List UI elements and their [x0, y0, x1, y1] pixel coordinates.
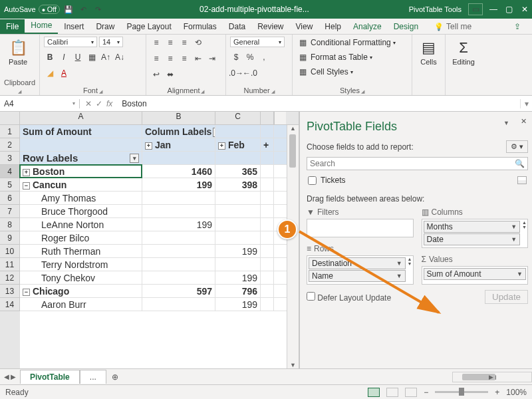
- cell-styles-button[interactable]: Cell Styles: [311, 67, 348, 76]
- expand-collapse-icon[interactable]: −: [23, 289, 30, 296]
- underline-button[interactable]: U: [72, 51, 84, 63]
- fill-color-button[interactable]: ◢: [44, 67, 56, 79]
- border-button[interactable]: ▦: [86, 51, 98, 63]
- redo-icon[interactable]: ↷: [92, 3, 104, 15]
- cell[interactable]: [261, 285, 274, 297]
- pivot-cell[interactable]: 199: [142, 218, 215, 231]
- save-icon[interactable]: 💾: [63, 3, 74, 15]
- cell[interactable]: +: [261, 138, 274, 151]
- pivot-cell[interactable]: 597: [142, 285, 215, 297]
- pane-tools-button[interactable]: ⚙ ▾: [506, 140, 528, 153]
- italic-button[interactable]: I: [58, 51, 70, 63]
- font-size-select[interactable]: 14▾: [99, 37, 123, 47]
- pivot-cell[interactable]: 199: [142, 178, 215, 191]
- pivot-cell[interactable]: 199: [215, 298, 261, 311]
- view-page-layout-button[interactable]: [386, 388, 398, 397]
- field-tickets[interactable]: Tickets: [307, 174, 528, 186]
- cell[interactable]: [261, 192, 274, 204]
- pivot-cell[interactable]: [142, 258, 215, 271]
- increase-indent-button[interactable]: ⇥: [206, 53, 218, 65]
- pivot-row-label[interactable]: Aaron Burr: [20, 298, 142, 311]
- tab-data[interactable]: Data: [223, 19, 251, 34]
- align-middle-button[interactable]: ≡: [164, 37, 176, 49]
- defer-update-checkbox[interactable]: Defer Layout Update: [307, 292, 391, 303]
- align-top-button[interactable]: ≡: [150, 37, 162, 49]
- field-search-input[interactable]: [310, 159, 515, 168]
- pivot-column-labels[interactable]: Column Labels▾: [142, 125, 215, 138]
- font-color-button[interactable]: A: [58, 67, 70, 79]
- cell[interactable]: [215, 125, 261, 138]
- formula-input[interactable]: Boston: [118, 99, 520, 108]
- zoom-in-button[interactable]: +: [495, 388, 499, 397]
- tab-design[interactable]: Design: [388, 19, 424, 34]
- pivot-row-label[interactable]: Roger Bilco: [20, 231, 142, 244]
- decrease-decimal-button[interactable]: ←.0: [244, 67, 256, 79]
- row-header[interactable]: 13: [0, 285, 20, 298]
- pivot-cell[interactable]: [142, 192, 215, 204]
- col-header-c[interactable]: C: [215, 112, 261, 124]
- cell[interactable]: [261, 218, 274, 231]
- pivot-row-label[interactable]: LeAnne Norton: [20, 218, 142, 231]
- percent-button[interactable]: %: [244, 51, 256, 63]
- cell[interactable]: [261, 152, 274, 164]
- row-header[interactable]: 8: [0, 218, 20, 231]
- rows-area[interactable]: Destination▼ Name▼ ▲▼: [307, 255, 414, 285]
- increase-decimal-button[interactable]: .0→: [230, 67, 242, 79]
- close-button[interactable]: ✕: [521, 5, 528, 14]
- undo-icon[interactable]: ↶: [77, 3, 89, 15]
- pivot-row-label[interactable]: Ruth Therman: [20, 245, 142, 257]
- align-bottom-button[interactable]: ≡: [178, 37, 190, 49]
- comma-button[interactable]: ,: [258, 51, 270, 63]
- row-header[interactable]: 9: [0, 231, 20, 245]
- enter-formula-icon[interactable]: ✓: [96, 99, 102, 108]
- pane-dropdown-icon[interactable]: ▼: [503, 120, 509, 126]
- tab-page-layout[interactable]: Page Layout: [120, 19, 177, 34]
- sheet-tab-active[interactable]: PivotTable: [20, 370, 80, 384]
- sheet-tab-overflow[interactable]: ...: [80, 370, 106, 384]
- format-as-table-button[interactable]: Format as Table: [311, 53, 368, 62]
- pivot-cell[interactable]: 199: [215, 245, 261, 257]
- cell[interactable]: [261, 231, 274, 244]
- pivot-col-jan[interactable]: +Jan: [142, 138, 215, 151]
- pivot-cell[interactable]: [215, 192, 261, 204]
- pivot-cell[interactable]: [215, 258, 261, 271]
- row-header[interactable]: 12: [0, 271, 20, 285]
- increase-font-button[interactable]: A↑: [100, 51, 112, 63]
- font-name-select[interactable]: Calibri▾: [44, 37, 97, 47]
- orientation-button[interactable]: ⟲: [192, 37, 204, 49]
- number-format-select[interactable]: General▾: [230, 37, 285, 47]
- pivot-cell[interactable]: [215, 205, 261, 217]
- pivot-cell[interactable]: [142, 271, 215, 284]
- col-header-a[interactable]: A: [20, 112, 142, 124]
- row-header[interactable]: 6: [0, 192, 20, 205]
- row-labels-dropdown-icon[interactable]: ▾: [130, 154, 139, 163]
- expand-formula-bar-icon[interactable]: ▾: [520, 99, 532, 108]
- align-center-button[interactable]: ≡: [164, 53, 176, 65]
- field-search[interactable]: 🔍: [307, 157, 528, 170]
- cell-grid[interactable]: Sum of Amount Column Labels▾ +Jan +Feb +…: [20, 125, 287, 368]
- minimize-button[interactable]: —: [489, 5, 496, 14]
- pivot-cell[interactable]: 1460: [142, 165, 215, 178]
- decrease-font-button[interactable]: A↓: [114, 51, 126, 63]
- columns-date-pill[interactable]: Date▼: [424, 233, 521, 245]
- sheet-nav-prev-icon[interactable]: ◀: [4, 373, 9, 380]
- paste-button[interactable]: 📋Paste: [4, 37, 32, 66]
- zoom-slider[interactable]: [435, 391, 488, 393]
- pivot-cell[interactable]: 398: [215, 178, 261, 191]
- tab-insert[interactable]: Insert: [58, 19, 90, 34]
- tab-formulas[interactable]: Formulas: [178, 19, 223, 34]
- field-slicer-icon[interactable]: [517, 176, 527, 184]
- row-header[interactable]: 11: [0, 258, 20, 271]
- pivot-cell[interactable]: 796: [215, 285, 261, 297]
- align-right-button[interactable]: ≡: [178, 53, 190, 65]
- tab-view[interactable]: View: [290, 19, 319, 34]
- field-tickets-checkbox[interactable]: [308, 176, 317, 185]
- cell[interactable]: [261, 165, 274, 178]
- horizontal-scrollbar[interactable]: ◀ ▶: [452, 372, 532, 382]
- view-page-break-button[interactable]: [405, 388, 417, 397]
- filters-area[interactable]: [307, 219, 414, 237]
- cell[interactable]: [215, 152, 261, 164]
- values-sum-pill[interactable]: Sum of Amount▼: [424, 268, 527, 280]
- share-button[interactable]: ⇪: [508, 19, 527, 34]
- pivot-cell[interactable]: 199: [215, 271, 261, 284]
